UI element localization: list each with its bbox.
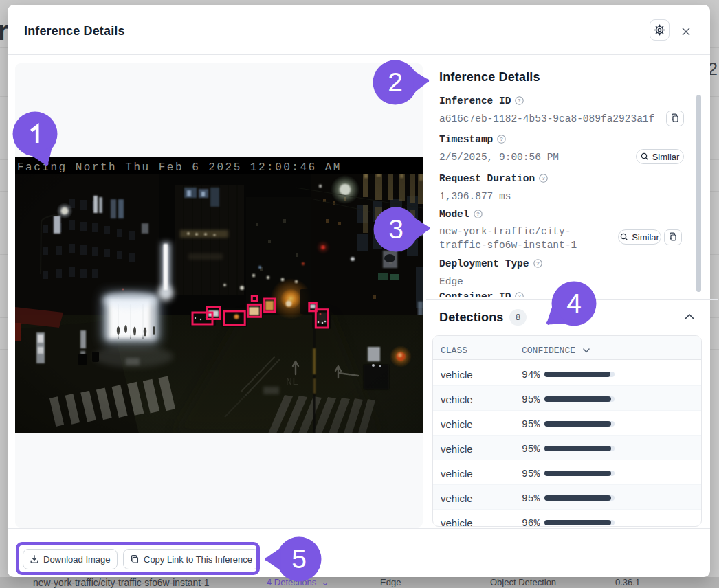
svg-text:?: ? — [542, 175, 545, 181]
svg-text:3: 3 — [388, 214, 403, 244]
svg-text:?: ? — [518, 293, 521, 297]
svg-text:?: ? — [500, 136, 503, 142]
svg-text:?: ? — [518, 98, 521, 104]
svg-text:5: 5 — [291, 544, 307, 574]
svg-text:4: 4 — [567, 289, 582, 318]
svg-text:?: ? — [476, 211, 480, 217]
svg-text:2: 2 — [388, 67, 403, 97]
